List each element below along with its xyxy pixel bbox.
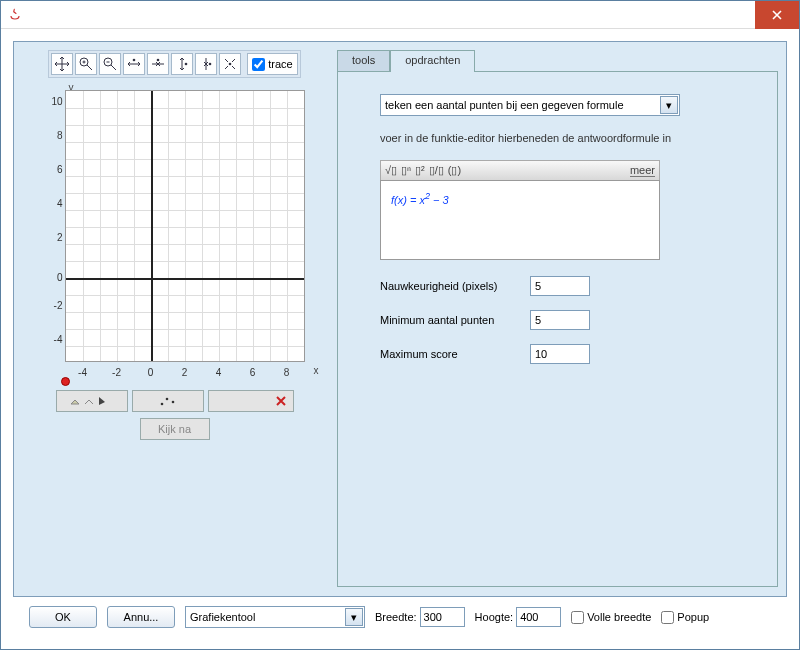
right-panel: tools opdrachten ▾ voer in de funktie-ed… bbox=[337, 50, 778, 588]
zoom-fit-icon[interactable] bbox=[219, 53, 241, 75]
max-score-input[interactable] bbox=[530, 344, 590, 364]
svg-point-5 bbox=[209, 63, 212, 66]
y-tick: 2 bbox=[45, 232, 63, 243]
graph-canvas[interactable] bbox=[65, 90, 305, 362]
tab-bar: tools opdrachten bbox=[337, 50, 778, 72]
y-tick: -4 bbox=[45, 334, 63, 345]
tool-select[interactable]: ▾ bbox=[185, 606, 365, 628]
x-tick: 4 bbox=[212, 367, 226, 378]
trace-checkbox[interactable]: trace bbox=[247, 53, 297, 75]
window-body: trace y bbox=[1, 29, 799, 649]
x-tick: 0 bbox=[144, 367, 158, 378]
svg-point-4 bbox=[185, 63, 188, 66]
app-window: trace y bbox=[0, 0, 800, 650]
fraction-icon[interactable]: ▯/▯ bbox=[429, 164, 444, 177]
task-type-dropdown[interactable]: ▾ bbox=[380, 94, 755, 116]
min-points-input[interactable] bbox=[530, 310, 590, 330]
java-icon bbox=[7, 7, 23, 23]
svg-point-7 bbox=[160, 403, 163, 406]
points-tool-button[interactable] bbox=[132, 390, 204, 412]
formula-text: f(x) = x2 − 3 bbox=[391, 194, 449, 206]
formula-input[interactable]: f(x) = x2 − 3 bbox=[380, 180, 660, 260]
height-field: Hoogte: bbox=[475, 607, 562, 627]
y-tick: 0 bbox=[45, 272, 63, 283]
graph-toolbar: trace bbox=[48, 50, 300, 78]
width-field: Breedte: bbox=[375, 607, 465, 627]
max-score-label: Maximum score bbox=[380, 348, 530, 360]
popup-checkbox-input[interactable] bbox=[661, 611, 674, 624]
power-n-icon[interactable]: ▯ⁿ bbox=[401, 164, 411, 177]
y-tick: 10 bbox=[45, 96, 63, 107]
parameter-grid: Nauwkeurigheid (pixels) Minimum aantal p… bbox=[380, 276, 755, 364]
tab-opdrachten[interactable]: opdrachten bbox=[390, 50, 475, 72]
zoom-in-icon[interactable] bbox=[75, 53, 97, 75]
delete-button[interactable] bbox=[208, 390, 294, 412]
eraser-tool-group[interactable] bbox=[56, 390, 128, 412]
popup-label: Popup bbox=[677, 611, 709, 623]
y-tick: 4 bbox=[45, 198, 63, 209]
x-tick: -2 bbox=[110, 367, 124, 378]
trace-point[interactable] bbox=[61, 377, 70, 386]
formula-toolbar[interactable]: √▯ ▯ⁿ ▯² ▯/▯ (▯) meer bbox=[380, 160, 660, 180]
tab-content: ▾ voer in de funktie-editor hierbeneden … bbox=[337, 71, 778, 587]
close-button[interactable] bbox=[755, 1, 799, 29]
ok-button[interactable]: OK bbox=[29, 606, 97, 628]
y-tick: 8 bbox=[45, 130, 63, 141]
zoom-x-in-icon[interactable] bbox=[123, 53, 145, 75]
x-tick: 8 bbox=[280, 367, 294, 378]
x-axis-label: x bbox=[314, 365, 319, 376]
x-tick: -4 bbox=[76, 367, 90, 378]
bottom-bar: OK Annu... ▾ Breedte: Hoogte: Volle bree… bbox=[13, 597, 787, 637]
graph-action-row bbox=[56, 390, 294, 412]
tool-select-value[interactable] bbox=[185, 606, 365, 628]
svg-point-8 bbox=[165, 398, 168, 401]
more-button[interactable]: meer bbox=[630, 164, 655, 177]
height-input[interactable] bbox=[516, 607, 561, 627]
x-tick: 6 bbox=[246, 367, 260, 378]
trace-label: trace bbox=[268, 58, 292, 70]
graph-panel: trace y bbox=[22, 50, 327, 588]
paren-icon[interactable]: (▯) bbox=[448, 164, 461, 177]
titlebar bbox=[1, 1, 799, 29]
formula-editor: √▯ ▯ⁿ ▯² ▯/▯ (▯) meer f(x) = x2 − 3 bbox=[380, 160, 660, 260]
full-width-checkbox-input[interactable] bbox=[571, 611, 584, 624]
graph-area[interactable]: y bbox=[35, 84, 315, 384]
zoom-out-icon[interactable] bbox=[99, 53, 121, 75]
width-input[interactable] bbox=[420, 607, 465, 627]
y-tick: 6 bbox=[45, 164, 63, 175]
height-label: Hoogte: bbox=[475, 611, 514, 623]
tab-tools[interactable]: tools bbox=[337, 50, 390, 72]
move-icon[interactable] bbox=[51, 53, 73, 75]
accuracy-input[interactable] bbox=[530, 276, 590, 296]
zoom-y-in-icon[interactable] bbox=[171, 53, 193, 75]
full-width-label: Volle breedte bbox=[587, 611, 651, 623]
check-button[interactable]: Kijk na bbox=[140, 418, 210, 440]
task-type-value[interactable] bbox=[380, 94, 680, 116]
zoom-x-out-icon[interactable] bbox=[147, 53, 169, 75]
trace-checkbox-input[interactable] bbox=[252, 58, 265, 71]
popup-checkbox[interactable]: Popup bbox=[661, 611, 709, 624]
min-points-label: Minimum aantal punten bbox=[380, 314, 530, 326]
sqrt-icon[interactable]: √▯ bbox=[385, 164, 397, 177]
zoom-y-out-icon[interactable] bbox=[195, 53, 217, 75]
svg-point-2 bbox=[133, 59, 136, 62]
svg-point-6 bbox=[229, 63, 232, 66]
svg-point-9 bbox=[171, 401, 174, 404]
accuracy-label: Nauwkeurigheid (pixels) bbox=[380, 280, 530, 292]
full-width-checkbox[interactable]: Volle breedte bbox=[571, 611, 651, 624]
svg-point-3 bbox=[157, 59, 160, 62]
power-2-icon[interactable]: ▯² bbox=[415, 164, 425, 177]
width-label: Breedte: bbox=[375, 611, 417, 623]
y-tick: -2 bbox=[45, 300, 63, 311]
main-panel: trace y bbox=[13, 41, 787, 597]
cancel-button[interactable]: Annu... bbox=[107, 606, 175, 628]
x-tick: 2 bbox=[178, 367, 192, 378]
instruction-text: voer in de funktie-editor hierbeneden de… bbox=[380, 132, 755, 144]
